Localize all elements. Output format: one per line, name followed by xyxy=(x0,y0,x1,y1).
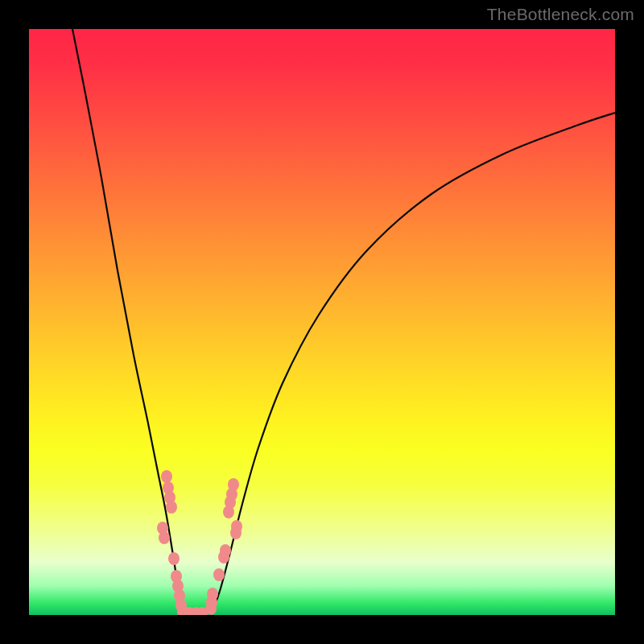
marker-right xyxy=(213,568,225,581)
marker-right xyxy=(230,526,242,539)
marker-right xyxy=(223,506,234,518)
curve-left xyxy=(72,29,186,615)
plot-area xyxy=(29,29,615,615)
marker-left xyxy=(161,470,172,483)
curve-right xyxy=(210,113,615,615)
marker-left xyxy=(168,552,180,565)
curve-layer xyxy=(29,29,615,615)
watermark-text: TheBottleneck.com xyxy=(487,5,634,24)
chart-frame: TheBottleneck.com xyxy=(0,0,644,644)
marker-left xyxy=(166,501,177,514)
marker-left xyxy=(159,531,170,544)
marker-right xyxy=(218,551,229,564)
